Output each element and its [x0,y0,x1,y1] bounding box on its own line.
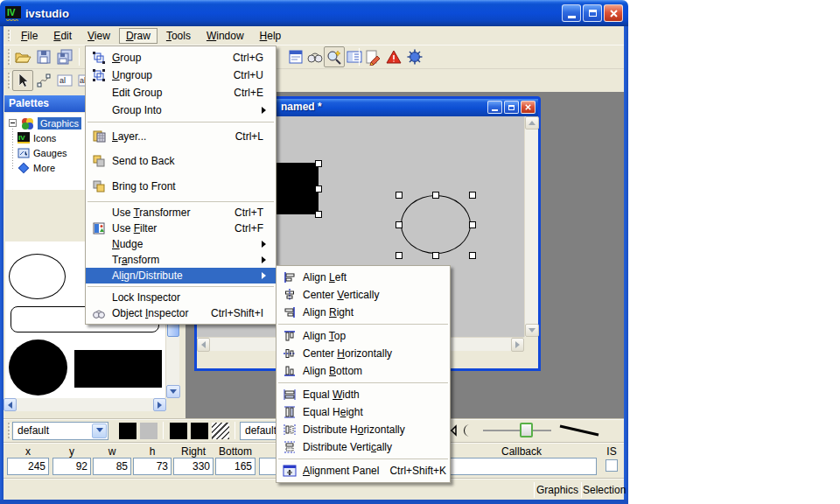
canvas-ellipse[interactable] [401,195,471,254]
menu-item-align-distribute[interactable]: Align/Distribute [86,268,276,284]
menu-item-transform[interactable]: Transform [86,252,276,268]
menu-item-ungroup[interactable]: Ungroup Ctrl+U [86,66,276,84]
warnings-button[interactable] [383,46,404,67]
field-y-input[interactable] [52,458,91,475]
menu-view[interactable]: View [80,28,117,44]
menu-item-center-vertically[interactable]: Center Vertically [276,286,450,304]
selection-handle[interactable] [315,211,322,218]
find-button[interactable] [304,46,326,67]
menu-item-distribute-vertically[interactable]: Distribute Vertically [276,438,450,456]
save-all-button[interactable] [54,46,75,67]
selection-handle[interactable] [432,192,439,199]
stroke-color-swatch2[interactable] [191,423,208,439]
menu-item-nudge[interactable]: Nudge [86,236,276,252]
is-checkbox[interactable] [606,459,618,472]
selection-handle[interactable] [396,192,402,199]
menu-item-alignment-panel[interactable]: Alignment Panel Ctrl+Shift+K [276,462,450,480]
maximize-button[interactable] [583,4,602,22]
object-inspector-button[interactable] [324,46,345,67]
fill-color-swatch[interactable] [119,423,136,439]
menu-item-send-to-back[interactable]: Send to Back [86,148,276,173]
close-button[interactable] [604,4,623,22]
tree-item-icons[interactable]: IV Icons [18,130,56,145]
menu-tools[interactable]: Tools [159,28,198,44]
callback-input[interactable] [446,458,597,475]
tree-item-more[interactable]: More [18,160,55,175]
toolbar2-grip[interactable] [8,73,10,88]
save-button[interactable] [33,46,54,67]
shapes-hscrollbar[interactable] [4,398,166,411]
edit-source-button[interactable] [362,46,383,67]
field-h-input[interactable] [133,458,172,475]
menu-item-align-right[interactable]: Align Right [276,304,450,321]
tree-item-graphics[interactable]: Graphics [9,116,81,130]
hatch-pattern-swatch[interactable] [212,423,229,439]
shape-filled-rect[interactable] [74,350,162,388]
menu-item-use-filter[interactable]: Use Filter Ctrl+F [86,220,276,236]
selection-handle[interactable] [396,221,402,228]
menu-item-use-transformer[interactable]: Use Transformer Ctrl+T [86,205,276,220]
menu-file[interactable]: File [14,28,45,44]
doc-scroll-left-button[interactable] [197,338,210,352]
run-button[interactable] [404,46,425,67]
field-x-input[interactable] [7,458,49,475]
selection-handle[interactable] [396,252,402,259]
alt-color-swatch[interactable] [140,423,158,439]
node-tool-button[interactable] [33,70,54,91]
crescent-icon[interactable] [461,424,475,441]
doc-vscrollbar[interactable] [524,116,538,337]
menu-item-bring-to-front[interactable]: Bring to Front [86,173,276,199]
open-button[interactable] [12,46,33,67]
collapse-icon[interactable] [9,119,17,127]
shape-ellipse-outline[interactable] [9,254,66,299]
menu-item-distribute-horizontally[interactable]: Distribute Horizontally [276,421,450,438]
menu-item-equal-height[interactable]: Equal Height [276,403,450,421]
menu-item-lock-inspector[interactable]: Lock Inspector [86,290,276,305]
menu-item-align-left[interactable]: Align Left [276,269,450,286]
dropdown-button[interactable] [92,424,107,438]
scroll-down-button[interactable] [166,385,180,398]
menu-item-layer[interactable]: Layer... Ctrl+L [86,125,276,148]
form-view-button[interactable] [285,46,306,67]
selection-handle[interactable] [469,192,476,199]
bottombar-grip[interactable] [8,423,10,438]
doc-maximize-button[interactable] [504,101,519,114]
menu-item-align-bottom[interactable]: Align Bottom [276,362,450,380]
selection-handle[interactable] [469,252,476,259]
menu-item-object-inspector[interactable]: Object Inspector Ctrl+Shift+I [86,305,276,321]
selection-handle[interactable] [315,186,322,192]
menu-item-center-horizontally[interactable]: Center Horizontally [276,345,450,362]
menu-help[interactable]: Help [253,28,289,44]
menu-item-edit-group[interactable]: Edit Group Ctrl+E [86,84,276,102]
label-tool-button[interactable]: al [54,70,75,91]
field-w-input[interactable] [93,458,131,475]
field-right-input[interactable] [173,458,214,475]
app-titlebar[interactable]: IV ivstudio [0,0,628,26]
selection-handle[interactable] [469,221,476,228]
field-bottom-input[interactable] [215,458,256,475]
menu-window[interactable]: Window [200,28,251,44]
tree-item-gauges[interactable]: Gauges [18,145,67,160]
menu-item-align-top[interactable]: Align Top [276,327,450,345]
menu-item-group[interactable]: Group Ctrl+G [86,49,276,66]
menu-edit[interactable]: Edit [46,28,79,44]
scroll-left-button[interactable] [4,398,17,411]
thickness-slider[interactable] [481,419,553,443]
menu-draw[interactable]: Draw [119,28,158,44]
style-combobox[interactable]: default [12,422,108,440]
selection-handle[interactable] [432,252,439,259]
shape-filled-circle[interactable] [9,340,67,396]
doc-scroll-right-button[interactable] [511,338,524,352]
scroll-right-button[interactable] [153,398,166,411]
minimize-button[interactable] [562,4,581,22]
selection-handle[interactable] [315,160,322,167]
menubar-grip[interactable] [8,30,10,41]
slider-thumb[interactable] [520,423,533,438]
menu-item-group-into[interactable]: Group Into [86,102,276,119]
select-tool-button[interactable] [12,70,33,91]
toolbar1-grip[interactable] [8,49,10,65]
doc-close-button[interactable] [521,101,536,114]
slider-track[interactable] [483,430,551,431]
doc-minimize-button[interactable] [487,101,502,114]
doc-scroll-up-button[interactable] [525,116,539,130]
